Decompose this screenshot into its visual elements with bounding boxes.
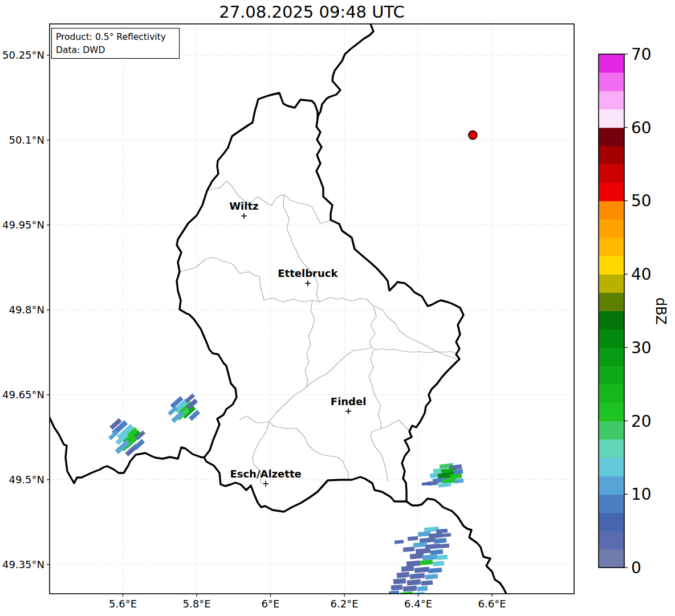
colorbar-tick-label: 70 xyxy=(631,45,652,64)
colorbar-tick-label: 10 xyxy=(631,485,652,504)
x-tick-label: 6°E xyxy=(262,598,280,610)
radar-site xyxy=(469,131,477,140)
figure-title: 27.08.2025 09:48 UTC xyxy=(219,2,405,22)
colorbar-segment xyxy=(599,348,624,366)
city-label: Ettelbruck xyxy=(278,267,338,279)
colorbar-tick-label: 50 xyxy=(631,191,652,210)
colorbar-segment xyxy=(599,292,624,311)
colorbar-segment xyxy=(599,458,624,476)
city-label: Findel xyxy=(331,395,367,407)
colorbar-tick-label: 20 xyxy=(631,412,652,431)
city-label: Esch/Alzette xyxy=(230,468,301,480)
colorbar-segment xyxy=(599,366,624,385)
colorbar-tick-label: 40 xyxy=(631,265,652,284)
x-tick-label: 6.6°E xyxy=(478,598,506,610)
colorbar-segment xyxy=(599,72,624,91)
city-label: Wiltz xyxy=(229,200,258,212)
colorbar-segment xyxy=(599,238,624,256)
y-tick-label: 50.25°N xyxy=(2,49,44,61)
y-tick-label: 50.1°N xyxy=(9,134,44,146)
colorbar-segment xyxy=(599,531,624,550)
colorbar-tick-label: 60 xyxy=(631,119,652,137)
colorbar-segment xyxy=(599,91,624,109)
radar-site-dot xyxy=(469,131,477,140)
colorbar-tick-label: 0 xyxy=(631,558,641,577)
radar-echo-cell xyxy=(417,586,428,591)
colorbar-segment xyxy=(599,329,624,348)
info-box: Product: 0.5° Reflectivity Data: DWD xyxy=(52,28,180,59)
colorbar-segments xyxy=(599,54,624,568)
colorbar-segment xyxy=(599,109,624,128)
radar-echo-cell xyxy=(396,594,405,599)
colorbar-segment xyxy=(599,201,624,219)
colorbar-segment xyxy=(599,219,624,238)
colorbar-segment xyxy=(599,54,624,73)
y-tick-label: 49.35°N xyxy=(2,558,44,570)
colorbar: 010203040506070 dBZ xyxy=(599,45,669,577)
colorbar-segment xyxy=(599,476,624,495)
colorbar-segment xyxy=(599,182,624,201)
info-data-line: Data: DWD xyxy=(56,45,105,55)
colorbar-segment xyxy=(599,128,624,146)
colorbar-segment xyxy=(599,164,624,183)
y-tick-label: 49.5°N xyxy=(9,474,44,486)
colorbar-segment xyxy=(599,402,624,421)
radar-echo-cell xyxy=(389,590,400,596)
colorbar-tick-label: 30 xyxy=(631,338,652,357)
x-tick-label: 6.4°E xyxy=(404,598,432,610)
colorbar-ticks: 010203040506070 xyxy=(624,45,652,577)
colorbar-segment xyxy=(599,439,624,458)
x-tick-label: 5.6°E xyxy=(109,598,137,610)
y-tick-label: 49.65°N xyxy=(2,389,44,401)
radar-echo-cell xyxy=(437,554,448,560)
radar-echo-cell xyxy=(397,572,410,578)
map-background xyxy=(50,24,574,594)
colorbar-segment xyxy=(599,311,624,330)
colorbar-segment xyxy=(599,256,624,275)
x-tick-label: 5.8°E xyxy=(183,598,211,610)
colorbar-segment xyxy=(599,274,624,293)
colorbar-segment xyxy=(599,384,624,403)
colorbar-segment xyxy=(599,421,624,440)
radar-map-svg: 27.08.2025 09:48 UTC xyxy=(0,0,675,616)
colorbar-segment xyxy=(599,494,624,513)
y-tick-label: 49.8°N xyxy=(9,304,44,316)
colorbar-segment xyxy=(599,512,624,531)
colorbar-segment xyxy=(599,146,624,165)
radar-echo-cell xyxy=(391,585,403,591)
x-tick-label: 6.2°E xyxy=(331,598,359,610)
radar-echo-cell xyxy=(393,578,406,585)
colorbar-segment xyxy=(599,549,624,568)
info-product-line: Product: 0.5° Reflectivity xyxy=(56,32,166,42)
radar-echo-cell xyxy=(401,566,414,572)
colorbar-unit-label: dBZ xyxy=(653,297,669,325)
y-tick-label: 49.95°N xyxy=(2,219,44,231)
weather-radar-figure: 27.08.2025 09:48 UTC xyxy=(0,0,675,616)
